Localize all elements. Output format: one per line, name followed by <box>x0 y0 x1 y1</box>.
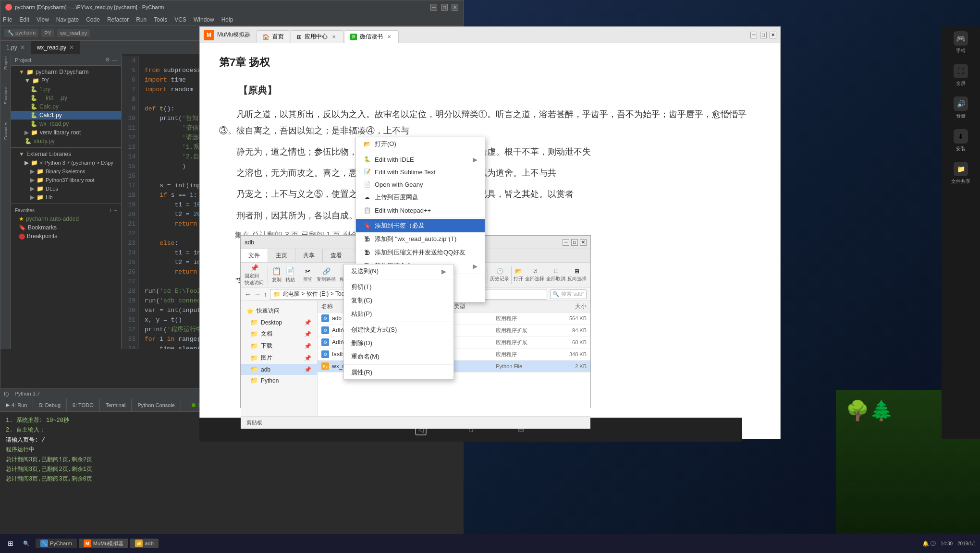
menu-edit[interactable]: Edit <box>19 16 29 23</box>
tab-wx-read-close[interactable]: ✕ <box>69 44 74 51</box>
browser-tab-home[interactable]: 🏠 首页 <box>256 30 290 43</box>
browser-tab-wechat[interactable]: 微 微信读书 ✕ <box>344 30 399 43</box>
run-tab-terminal[interactable]: Terminal <box>100 398 132 411</box>
browser-minimize[interactable]: ─ <box>750 32 757 38</box>
maximize-button[interactable]: □ <box>441 4 448 11</box>
favorites-tab[interactable]: Favorites <box>3 122 8 140</box>
menu-file[interactable]: File <box>3 16 12 23</box>
tree-item-calc1[interactable]: 🐍 Calc1.py <box>11 111 121 120</box>
taskbar-search[interactable]: 🔍 <box>19 541 34 547</box>
explorer-search[interactable]: 🔍 搜索"adb" <box>550 289 587 299</box>
run-tab-todo[interactable]: 6: TODO <box>67 398 100 411</box>
nav-pictures[interactable]: 📁 图片 📌 <box>241 352 317 364</box>
tree-item-bookmarks[interactable]: 🔖 Bookmarks <box>11 223 121 232</box>
ctx-create-shortcut[interactable]: 创建快捷方式(S) <box>344 323 453 337</box>
ctx-add-zip-qq[interactable]: 🗜 添加到压缩文件并发送给QQ好友 <box>356 246 485 259</box>
toolbar-py[interactable]: PY <box>41 29 54 37</box>
browser-maximize[interactable]: □ <box>760 32 767 38</box>
exp-tab-share[interactable]: 共享 <box>295 249 323 262</box>
run-tab-run[interactable]: ▶ 4: Run <box>0 398 33 411</box>
sidebar-settings-icon[interactable]: ⚙ <box>105 57 110 63</box>
sidebar-collapse-icon[interactable]: — <box>112 57 117 63</box>
ctx-file-paste[interactable]: 粘贴(P) <box>344 307 453 321</box>
forward-button[interactable]: → <box>254 290 261 298</box>
tree-item-breakpoints[interactable]: ⬤ Breakpoints <box>11 232 121 240</box>
ctx-edit-idle[interactable]: 🐍 Edit with IDLE ▶ <box>356 153 485 166</box>
favorites-add-icon[interactable]: + <box>109 207 112 214</box>
ctx-file-rename[interactable]: 重命名(M) <box>344 350 453 363</box>
menu-vcs[interactable]: VCS <box>174 16 186 23</box>
toolbar-paste[interactable]: 📄 粘贴 <box>285 266 295 283</box>
taskbar-explorer[interactable]: 📁 adb <box>130 539 158 548</box>
ctx-add-bookmark[interactable]: 🔖 添加到书签（必及 <box>356 219 485 232</box>
toolbar-deselect-all[interactable]: ☐ 全部取消 <box>546 268 565 282</box>
toolbar-cut[interactable]: ✂ 剪切 <box>303 267 313 283</box>
structure-tab[interactable]: Structure <box>3 87 8 105</box>
mumu-controller[interactable]: 🎮 手柄 <box>954 31 968 54</box>
explorer-close[interactable]: ✕ <box>580 239 587 246</box>
ctx-open-geany[interactable]: 📄 Open with Geany <box>356 178 485 191</box>
ctx-file-copy[interactable]: 复制(C) <box>344 294 453 307</box>
tree-item-lib[interactable]: ▶ 📁 Lib <box>11 193 121 202</box>
ctx-file-cut[interactable]: 剪切(T) <box>344 280 453 294</box>
tree-item-binary[interactable]: ▶ 📁 Binary Skeletons <box>11 167 121 176</box>
tree-item-calc[interactable]: 🐍 Calc.py <box>11 102 121 111</box>
tree-item-pycharm[interactable]: ▼ 📁 pycharm D:\pycharm <box>11 68 121 76</box>
tree-item-study[interactable]: 🐍 study.py <box>11 137 121 145</box>
ctx-open[interactable]: 📂 打开(O) <box>356 137 485 151</box>
exp-tab-view[interactable]: 查看 <box>323 249 350 262</box>
explorer-max[interactable]: □ <box>571 239 578 246</box>
menu-view[interactable]: View <box>37 16 49 23</box>
nav-desktop[interactable]: 📁 Desktop 📌 <box>241 317 317 328</box>
tab-1py[interactable]: 1.py ✕ <box>0 41 31 54</box>
back-button[interactable]: ← <box>245 290 251 298</box>
tab-wechat-close[interactable]: ✕ <box>386 34 392 40</box>
browser-close[interactable]: ✕ <box>770 32 776 38</box>
run-tab-debug[interactable]: 5: Debug <box>33 398 67 411</box>
toolbar-pin[interactable]: 📌 固定到快速访问 <box>245 264 264 286</box>
menu-navigate[interactable]: Navigate <box>56 16 79 23</box>
minimize-button[interactable]: ─ <box>430 4 437 11</box>
close-button[interactable]: ✕ <box>452 4 458 11</box>
explorer-min[interactable]: ─ <box>563 239 569 246</box>
tree-item-venv[interactable]: ▶ 📁 venv library root <box>11 128 121 137</box>
toolbar-history[interactable]: 🕐 历史记录 <box>490 268 509 282</box>
start-button[interactable]: ⊞ <box>4 540 17 547</box>
browser-tab-apps[interactable]: ⊞ 应用中心 ✕ <box>291 30 343 43</box>
tree-item-dlls[interactable]: ▶ 📁 DLLs <box>11 184 121 193</box>
menu-tools[interactable]: Tools <box>154 16 167 23</box>
toolbar-select-all[interactable]: ☑ 全部选择 <box>525 268 544 282</box>
menu-help[interactable]: Help <box>221 16 233 23</box>
taskbar-mumu[interactable]: M MuMu模拟器 <box>79 539 129 548</box>
ctx-edit-notepad[interactable]: 📋 Edit with Notepad++ <box>356 204 485 216</box>
ctx-add-zip[interactable]: 🗜 添加到 "wx_read_auto.zip"(T) <box>356 232 485 246</box>
tree-item-wx-read[interactable]: 🐍 wx_read.py <box>11 120 121 128</box>
tab-1py-close[interactable]: ✕ <box>20 44 25 51</box>
ctx-send-to[interactable]: 发送到(N) ▶ <box>344 264 453 278</box>
project-tab[interactable]: Project <box>3 56 8 70</box>
ctx-file-properties[interactable]: 属性(R) <box>344 366 453 379</box>
mumu-install[interactable]: ⬇ 安装 <box>954 129 968 152</box>
mumu-volume[interactable]: 🔊 音量 <box>954 96 968 120</box>
ctx-file-delete[interactable]: 删除(D) <box>344 337 453 350</box>
tree-item-py-folder[interactable]: ▼ 📁 PY <box>11 76 121 85</box>
menu-window[interactable]: Window <box>194 16 214 23</box>
tree-item-fav-pycharm[interactable]: ★ pycharm auto-added <box>11 215 121 223</box>
run-tab-python-console[interactable]: Python Console <box>132 398 181 411</box>
tree-item-ext-libs[interactable]: ▼ External Libraries <box>11 150 121 158</box>
favorites-minus-icon[interactable]: − <box>114 207 117 214</box>
exp-tab-home[interactable]: 主页 <box>268 249 295 262</box>
up-button[interactable]: ↑ <box>264 290 267 298</box>
menu-refactor[interactable]: Refactor <box>107 16 129 23</box>
ctx-edit-sublime[interactable]: 📝 Edit with Sublime Text <box>356 166 485 178</box>
nav-adb[interactable]: 📁 adb 📌 <box>241 364 317 375</box>
menu-code[interactable]: Code <box>86 16 100 23</box>
toolbar-open[interactable]: 📂 打开 <box>514 268 523 282</box>
toolbar-copy[interactable]: 📋 复制 <box>272 266 282 283</box>
menu-run[interactable]: Run <box>136 16 147 23</box>
mumu-fullscreen[interactable]: ⛶ 全屏 <box>954 64 968 87</box>
nav-documents[interactable]: 📁 文档 📌 <box>241 328 317 340</box>
tree-item-1py[interactable]: 🐍 1.py <box>11 85 121 94</box>
nav-python[interactable]: 📁 Python <box>241 375 317 386</box>
ctx-upload-baidu[interactable]: ☁ 上传到百度网盘 <box>356 191 485 204</box>
